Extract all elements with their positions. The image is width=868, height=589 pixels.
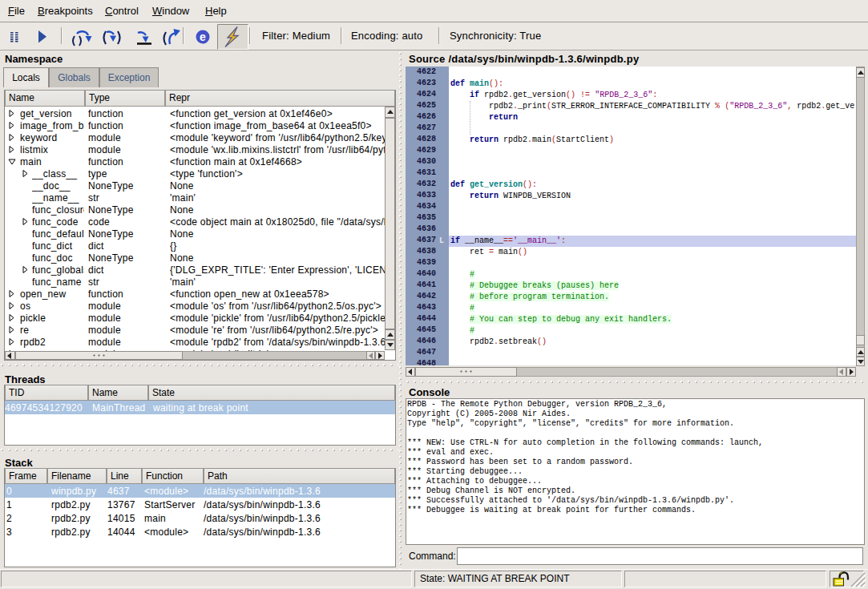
svg-text:e: e [200,30,206,43]
